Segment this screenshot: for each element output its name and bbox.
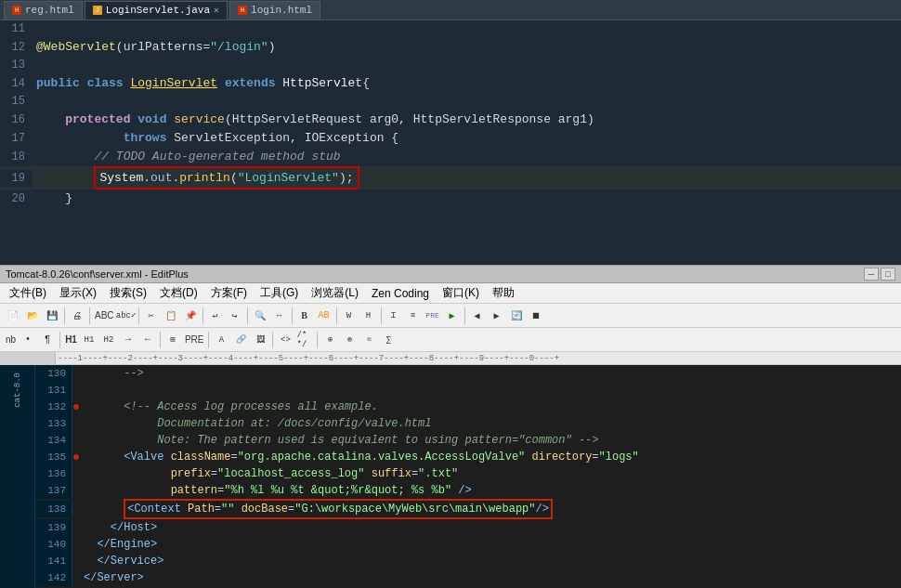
xml-line-131: 131 <box>35 382 901 399</box>
abc-label: ABC <box>93 310 116 320</box>
nb-label: nb <box>4 334 18 345</box>
xml-line-138: 138 <Context Path="" docBase="G:\workspa… <box>35 499 901 519</box>
close-tab-icon[interactable]: ✕ <box>214 5 219 16</box>
xml-line-140: 140 </Engine> <box>35 536 901 553</box>
menu-zencoding[interactable]: Zen Coding <box>366 285 435 302</box>
indent-more-button[interactable]: → <box>119 331 137 349</box>
pre-label: PRE <box>183 334 206 345</box>
menu-document[interactable]: 文档(D) <box>154 283 203 303</box>
extra-btn4[interactable]: ∑ <box>379 331 398 349</box>
extra-btn3[interactable]: ≈ <box>359 331 378 349</box>
find-button[interactable]: 🔍 <box>251 307 269 325</box>
divider-titlebar: Tomcat-8.0.26\conf\server.xml - EditPlus… <box>0 265 901 283</box>
word-wrap-button[interactable]: W <box>340 307 359 325</box>
sep2 <box>89 307 90 324</box>
image-button[interactable]: 🖼 <box>251 331 269 349</box>
maximize-button[interactable]: □ <box>881 268 895 281</box>
code-line-18: 18 // TODO Auto-generated method stub <box>0 148 901 166</box>
indent-less-button[interactable]: ← <box>138 331 157 349</box>
align-left-button[interactable]: A <box>212 331 230 349</box>
code-line-15: 15 <box>0 93 901 111</box>
save-button[interactable]: 💾 <box>43 307 61 325</box>
open-file-button[interactable]: 📂 <box>23 307 42 325</box>
menu-window[interactable]: 窗口(K) <box>437 283 485 303</box>
extra-btn2[interactable]: ⊗ <box>340 331 359 349</box>
divider-title-text: Tomcat-8.0.26\conf\server.xml - EditPlus <box>6 268 189 280</box>
tab-reg-html-label: reg.html <box>25 5 74 16</box>
ruler: ----1----+----2----+----3----+----4----+… <box>0 352 901 365</box>
sep12 <box>208 332 209 348</box>
tab-login-html[interactable]: H login.html <box>229 1 320 20</box>
link-button[interactable]: 🔗 <box>231 331 250 349</box>
sep14 <box>317 332 318 348</box>
minimize-button[interactable]: ─ <box>864 268 879 281</box>
menu-tools[interactable]: 工具(G) <box>255 283 304 303</box>
tab-loginservlet-java[interactable]: J LoginServlet.java ✕ <box>85 1 228 20</box>
xml-line-130: 130 --> <box>35 365 901 382</box>
print-button[interactable]: 🖨 <box>68 307 86 325</box>
redo-button[interactable]: ↪ <box>226 307 244 325</box>
code-line-17: 17 throws ServletException, IOException … <box>0 129 901 148</box>
spellcheck-button[interactable]: abc✓ <box>117 307 136 325</box>
xml-line-137: 137 pattern="%h %l %u %t &quot;%r&quot; … <box>35 482 901 499</box>
browser-next-button[interactable]: ▶ <box>488 307 506 325</box>
paste-button[interactable]: 📌 <box>181 307 200 325</box>
table-button[interactable]: ⊞ <box>163 331 182 349</box>
sep13 <box>272 332 273 348</box>
tab-login-html-label: login.html <box>251 5 312 16</box>
highlight-button[interactable]: AB <box>315 307 333 325</box>
menu-project[interactable]: 方案(F) <box>205 283 253 303</box>
xml-code-display: 130 --> 131 132 <!-- Access log processe… <box>35 365 901 588</box>
undo-button[interactable]: ↩ <box>206 307 225 325</box>
sep7 <box>336 307 337 324</box>
code-line-11: 11 <box>0 20 901 38</box>
bookmark-dot-135 <box>73 454 79 460</box>
ruler-margin <box>0 352 56 364</box>
xml-line-139: 139 </Host> <box>35 519 901 536</box>
toolbar-row1: 📄 📂 💾 🖨 ABC abc✓ ✂ 📋 📌 ↩ ↪ 🔍 ↔ B AB W H <box>0 304 901 328</box>
sep8 <box>381 307 382 324</box>
browser-prev-button[interactable]: ◀ <box>468 307 487 325</box>
xml-line-142: 142 </Server> <box>35 569 901 586</box>
format-button[interactable]: ≡ <box>404 307 423 325</box>
menu-search[interactable]: 搜索(S) <box>104 283 152 303</box>
xml-editor-area: cat-8.0 130 --> 131 132 <box>0 365 901 588</box>
h2-button[interactable]: H2 <box>99 331 118 349</box>
cut-button[interactable]: ✂ <box>142 307 161 325</box>
replace-button[interactable]: ↔ <box>270 307 289 325</box>
xml-line-135: 135 <Valve className="org.apache.catalin… <box>35 449 901 465</box>
comment-button[interactable]: /* */ <box>295 331 314 349</box>
tab-reg-html[interactable]: H reg.html <box>4 1 83 20</box>
code-line-19: 19 System.out.println("LoginServlet"); <box>0 166 901 189</box>
browser-stop-button[interactable]: ⏹ <box>527 307 545 325</box>
menu-file[interactable]: 文件(B) <box>4 283 52 303</box>
bullet-button[interactable]: • <box>19 331 37 349</box>
paragraph-button[interactable]: ¶ <box>38 331 57 349</box>
main-window: H reg.html J LoginServlet.java ✕ H login… <box>0 0 901 588</box>
insert-col-button[interactable]: ⌶ <box>385 307 403 325</box>
tab-loginservlet-label: LoginServlet.java <box>106 5 210 16</box>
code-line-12: 12 @WebServlet(urlPatterns="/login") <box>0 38 901 57</box>
sep10 <box>59 332 60 348</box>
browser-refresh-button[interactable]: 🔄 <box>507 307 526 325</box>
bold-button[interactable]: B <box>295 307 314 325</box>
sep1 <box>64 307 65 324</box>
extra-btn1[interactable]: ⊕ <box>320 331 339 349</box>
code-button[interactable]: <> <box>276 331 294 349</box>
menu-help[interactable]: 帮助 <box>487 283 520 303</box>
file-tree-sidebar: cat-8.0 <box>0 365 35 588</box>
menu-view[interactable]: 显示(X) <box>54 283 102 303</box>
editor-tab-bar: H reg.html J LoginServlet.java ✕ H login… <box>0 0 901 20</box>
new-file-button[interactable]: 📄 <box>4 307 22 325</box>
run-button[interactable]: ▶ <box>443 307 462 325</box>
pre-button[interactable]: PRE <box>424 307 442 325</box>
html-toolbar-button[interactable]: H <box>359 307 378 325</box>
h1-button[interactable]: H1 <box>80 331 98 349</box>
code-line-13: 13 <box>0 57 901 74</box>
sidebar-file-label: cat-8.0 <box>13 372 22 408</box>
menu-browser[interactable]: 浏览器(L) <box>306 283 364 303</box>
html-file-icon-2: H <box>238 6 247 15</box>
copy-button[interactable]: 📋 <box>162 307 180 325</box>
code-line-14: 14 public class LoginServlet extends Htt… <box>0 74 901 93</box>
sep11 <box>160 332 161 348</box>
